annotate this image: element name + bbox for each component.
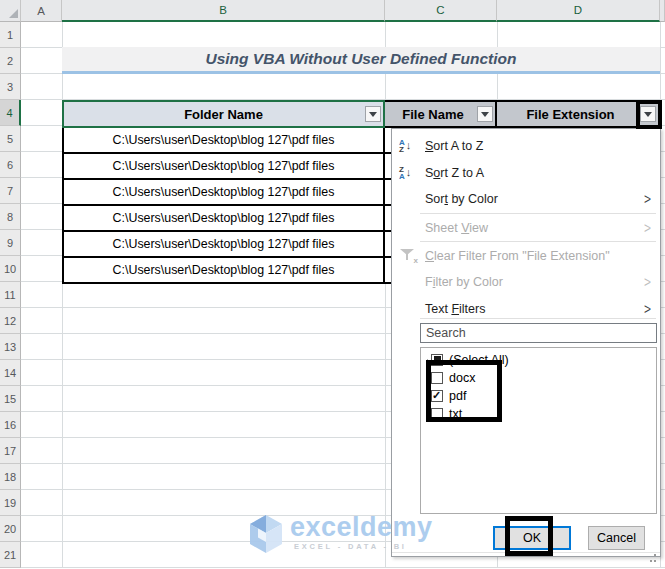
row-header-19[interactable]: 19 [0, 490, 21, 516]
submenu-arrow-icon: > [644, 300, 651, 318]
header-label: Folder Name [184, 107, 263, 122]
watermark: exceldemy EXCEL - DATA - BI [248, 514, 433, 554]
row-header-12[interactable]: 12 [0, 308, 21, 334]
annotation-box-ok-button [505, 516, 553, 556]
menu-item-clear-filter: x Clear Filter From "File Extension" [392, 243, 660, 269]
row-header-16[interactable]: 16 [0, 412, 21, 438]
excel-window: A B C D 1 2 3 4 5 6 7 8 9 10 11 12 13 14… [0, 0, 665, 569]
column-header-a[interactable]: A [21, 0, 62, 22]
column-header-e-sliver [660, 0, 665, 22]
submenu-arrow-icon: > [644, 190, 651, 208]
cell-folder[interactable]: C:\Users\user\Desktop\blog 127\pdf files [64, 154, 383, 178]
page-title: Using VBA Without User Defined Function [62, 47, 660, 74]
down-arrow-icon: ↓ [406, 167, 412, 178]
cell-folder[interactable]: C:\Users\user\Desktop\blog 127\pdf files [64, 180, 383, 204]
row-header-1[interactable]: 1 [0, 22, 21, 48]
row-header-17[interactable]: 17 [0, 438, 21, 464]
caret-down-icon [369, 112, 377, 117]
row-header-15[interactable]: 15 [0, 386, 21, 412]
row-header-6[interactable]: 6 [0, 152, 21, 178]
row-header-8[interactable]: 8 [0, 204, 21, 230]
cell-folder[interactable]: C:\Users\user\Desktop\blog 127\pdf files [64, 232, 383, 256]
menu-separator [420, 213, 656, 214]
column-header-d[interactable]: D [497, 0, 660, 22]
filter-dropdown-file-name[interactable] [477, 106, 493, 122]
menu-item-sort-z-to-a[interactable]: ZA ↓ Sort Z to A [392, 159, 660, 186]
sort-a-to-z-icon: AZ ↓ [399, 139, 423, 153]
row-header-14[interactable]: 14 [0, 360, 21, 386]
column-header-b[interactable]: B [62, 0, 385, 22]
menu-item-filter-by-color: Filter by Color > [392, 269, 660, 295]
search-input[interactable] [420, 323, 657, 343]
submenu-arrow-icon: > [644, 273, 651, 291]
sort-z-to-a-icon: ZA ↓ [399, 166, 423, 180]
menu-separator [420, 318, 656, 319]
down-arrow-icon: ↓ [406, 140, 412, 151]
row-header-strip: 1 2 3 4 5 6 7 8 9 10 11 12 13 14 15 16 1… [0, 22, 21, 568]
cell-folder[interactable]: C:\Users\user\Desktop\blog 127\pdf files [64, 258, 383, 282]
row-header-18[interactable]: 18 [0, 464, 21, 490]
row-header-13[interactable]: 13 [0, 334, 21, 360]
cell-folder[interactable]: C:\Users\user\Desktop\blog 127\pdf files [64, 206, 383, 230]
annotation-box-checkbox-list [426, 360, 502, 422]
column-header-strip: A B C D [0, 0, 665, 22]
row-header-3[interactable]: 3 [0, 74, 21, 100]
menu-item-sheet-view: Sheet View > [392, 215, 660, 240]
resize-grip[interactable] [648, 554, 656, 562]
header-cell-folder-name[interactable]: Folder Name [64, 102, 383, 126]
header-cell-file-name[interactable]: File Name [385, 102, 495, 126]
cell-folder[interactable]: C:\Users\user\Desktop\blog 127\pdf files [64, 128, 383, 152]
row-header-9[interactable]: 9 [0, 230, 21, 256]
row-header-20[interactable]: 20 [0, 516, 21, 542]
row-header-2[interactable]: 2 [0, 48, 21, 74]
header-label: File Extension [526, 107, 614, 122]
menu-item-sort-by-color[interactable]: Sort by Color > [392, 186, 660, 212]
row-header-5[interactable]: 5 [0, 126, 21, 152]
watermark-brand: exceldemy [290, 514, 433, 540]
menu-item-sort-a-to-z[interactable]: AZ ↓ Sort A to Z [392, 132, 660, 159]
submenu-arrow-icon: > [644, 219, 651, 237]
row-header-21[interactable]: 21 [0, 542, 21, 568]
caret-down-icon [481, 112, 489, 117]
filter-dropdown-folder-name[interactable] [365, 106, 381, 122]
watermark-tagline: EXCEL - DATA - BI [294, 542, 433, 551]
select-all-corner[interactable] [0, 0, 21, 22]
cancel-button[interactable]: Cancel [588, 526, 645, 550]
exceldemy-logo-icon [248, 514, 284, 554]
row-header-11[interactable]: 11 [0, 282, 21, 308]
clear-filter-icon: x [400, 249, 418, 264]
row-header-10[interactable]: 10 [0, 256, 21, 282]
header-label: File Name [402, 107, 463, 122]
row-header-7[interactable]: 7 [0, 178, 21, 204]
annotation-box-file-extension-dropdown [636, 100, 662, 129]
column-header-c[interactable]: C [385, 0, 497, 22]
row-header-4[interactable]: 4 [0, 100, 21, 126]
menu-separator [420, 241, 656, 242]
header-cell-file-extension[interactable]: File Extension [497, 102, 658, 126]
autofilter-dropdown-panel: AZ ↓ Sort A to Z ZA ↓ Sort Z to A Sort b… [391, 128, 661, 557]
